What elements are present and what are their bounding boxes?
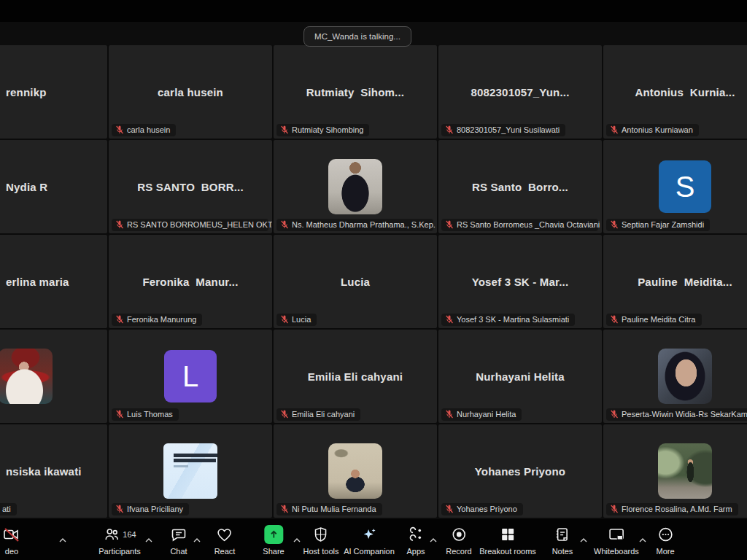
share-chevron-up-icon[interactable]	[293, 532, 301, 545]
participant-tile[interactable]: S Septian Fajar Zamshidi	[603, 140, 747, 233]
participant-label-text: RS SANTO BORROMEUS_HELEN OKTAVIA	[127, 220, 272, 229]
participant-tile[interactable]: Yosef 3 SK - Mar... Yosef 3 SK - Martina…	[438, 235, 602, 328]
participant-tile[interactable]: Ni Putu Mulia Fernanda	[274, 424, 437, 518]
participant-label: RS Santo Borromeus _Chavia Octaviani	[441, 219, 598, 231]
participant-label: Antonius Kurniawan	[606, 124, 699, 136]
participant-label: Nurhayani Helita	[441, 408, 522, 421]
participant-avatar	[328, 159, 382, 214]
participant-tile[interactable]: Nurhayani Helita Nurhayani Helita	[438, 330, 602, 423]
participant-label: Lucia	[276, 314, 317, 326]
participant-tile[interactable]: Rutmiaty Sihom... Rutmiaty Sihombing	[274, 45, 437, 139]
participant-label-text: ati	[2, 505, 11, 513]
mic-muted-icon	[115, 505, 124, 513]
mic-muted-icon	[610, 220, 619, 229]
more-icon	[657, 525, 674, 544]
participant-tile[interactable]: carla husein carla husein	[109, 45, 272, 139]
participant-label-text: Luis Thomas	[127, 410, 173, 419]
participant-label-text: Emilia Eli cahyani	[292, 410, 355, 419]
participant-avatar	[0, 349, 53, 404]
ai-companion-button[interactable]: AI Companion	[344, 525, 395, 556]
participant-label: Ns. Matheus Dharma Prathama., S.Kep.	[276, 219, 433, 231]
participant-tile[interactable]: Antonius Kurnia... Antonius Kurniawan	[603, 45, 747, 139]
participant-tile[interactable]: Yohanes Priyono Yohanes Priyono	[438, 424, 602, 518]
participants-count: 164	[123, 530, 136, 539]
participant-label-text: Pauline Meidita Citra	[622, 315, 696, 324]
participant-tile[interactable]: Nydia R	[0, 140, 107, 233]
breakout-rooms-button[interactable]: Breakout rooms	[479, 525, 536, 556]
participants-icon	[103, 526, 120, 543]
participant-label-text: Yohanes Priyono	[457, 505, 517, 513]
whiteboards-chevron-up-icon[interactable]	[639, 532, 646, 545]
participant-tile[interactable]: Lucia Lucia	[274, 235, 437, 328]
whiteboards-button[interactable]: Whiteboards	[594, 525, 639, 556]
participant-label: carla husein	[112, 124, 176, 136]
speaker-toast: MC_Wanda is talking...	[303, 26, 411, 47]
participant-tile[interactable]: Peserta-Wiwin Widia-Rs SekarKamulyan	[603, 330, 747, 423]
participant-name: erlina maria	[0, 235, 107, 328]
participant-tile[interactable]: RS Santo Borro... RS Santo Borromeus _Ch…	[438, 140, 602, 233]
meeting-toolbar: deo 164 Participants Chat	[0, 519, 747, 560]
gallery-grid: rennikp carla husein carla husein Rutmia…	[0, 45, 747, 519]
mic-muted-icon	[610, 125, 619, 134]
participant-tile[interactable]: Feronika Manur... Feronika Manurung	[109, 235, 272, 328]
notes-chevron-up-icon[interactable]	[580, 532, 587, 545]
participant-tile[interactable]: L Luis Thomas	[109, 330, 272, 423]
ai-companion-icon	[360, 525, 378, 544]
apps-chevron-up-icon[interactable]	[430, 532, 437, 545]
participant-tile[interactable]: Emilia Eli cahyani Emilia Eli cahyani	[274, 330, 437, 423]
apps-button[interactable]: Apps	[406, 525, 425, 556]
participant-label: RS SANTO BORROMEUS_HELEN OKTAVIA	[112, 219, 268, 231]
participant-label: 8082301057_Yuni Susilawati	[441, 124, 565, 136]
mic-muted-icon	[445, 125, 454, 134]
participant-label: Yohanes Priyono	[441, 503, 523, 516]
chat-icon	[170, 525, 187, 544]
video-chevron-up-icon[interactable]	[59, 532, 66, 545]
record-button[interactable]: Record	[446, 525, 471, 556]
participant-label-text: Peserta-Wiwin Widia-Rs SekarKamulyan	[622, 410, 747, 419]
participant-tile[interactable]: 8082301057_Yun... 8082301057_Yuni Susila…	[438, 45, 602, 139]
participant-avatar	[163, 443, 217, 499]
participants-button[interactable]: 164 Participants	[98, 525, 140, 556]
participant-label: Septian Fajar Zamshidi	[606, 219, 710, 231]
participant-avatar	[658, 349, 712, 404]
participant-label-text: Lucia	[292, 315, 311, 324]
react-button[interactable]: React	[214, 525, 236, 556]
host-tools-button[interactable]: Host tools	[303, 525, 339, 556]
participant-label: Pauline Meidita Citra	[606, 314, 702, 326]
participant-tile[interactable]: rennikp	[0, 45, 107, 139]
mic-muted-icon	[280, 505, 289, 513]
participant-label-text: Nurhayani Helita	[457, 410, 516, 419]
video-button[interactable]: deo	[3, 525, 20, 556]
participant-label-text: Feronika Manurung	[127, 315, 196, 324]
participant-label: ati	[0, 503, 17, 516]
participant-tile[interactable]: Pauline Meidita... Pauline Meidita Citra	[603, 235, 747, 328]
chat-chevron-up-icon[interactable]	[193, 532, 201, 545]
mic-muted-icon	[445, 505, 454, 513]
participant-tile[interactable]	[0, 330, 107, 423]
mic-muted-icon	[445, 410, 454, 419]
share-screen-icon	[264, 525, 283, 544]
participant-label: Emilia Eli cahyani	[276, 408, 360, 421]
participant-tile[interactable]: RS SANTO BORR... RS SANTO BORROMEUS_HELE…	[109, 140, 272, 233]
shield-icon	[312, 525, 330, 544]
participant-tile[interactable]: Ifvana Priciliany	[109, 424, 272, 518]
chat-button[interactable]: Chat	[170, 525, 187, 556]
participant-tile[interactable]: nsiska ikawati ati	[0, 424, 107, 518]
mic-muted-icon	[115, 125, 124, 134]
participant-label-text: Ni Putu Mulia Fernanda	[292, 505, 376, 513]
more-button[interactable]: More	[656, 525, 674, 556]
participant-label-text: RS Santo Borromeus _Chavia Octaviani	[457, 220, 600, 229]
participant-tile[interactable]: erlina maria	[0, 235, 107, 328]
window-top-bar	[0, 0, 747, 22]
participant-label: Yosef 3 SK - Martina Sulasmiati	[441, 314, 575, 326]
mic-muted-icon	[280, 410, 289, 419]
participant-avatar	[658, 443, 712, 499]
mic-muted-icon	[610, 505, 619, 513]
participant-tile[interactable]: Florence Rosalina, A.Md. Farm	[603, 424, 747, 518]
breakout-rooms-icon	[499, 525, 516, 544]
participant-tile[interactable]: Ns. Matheus Dharma Prathama., S.Kep.	[274, 140, 437, 233]
participants-chevron-up-icon[interactable]	[145, 532, 152, 545]
share-button[interactable]: Share	[263, 525, 284, 556]
notes-button[interactable]: Notes	[552, 525, 573, 556]
mic-muted-icon	[115, 220, 124, 229]
